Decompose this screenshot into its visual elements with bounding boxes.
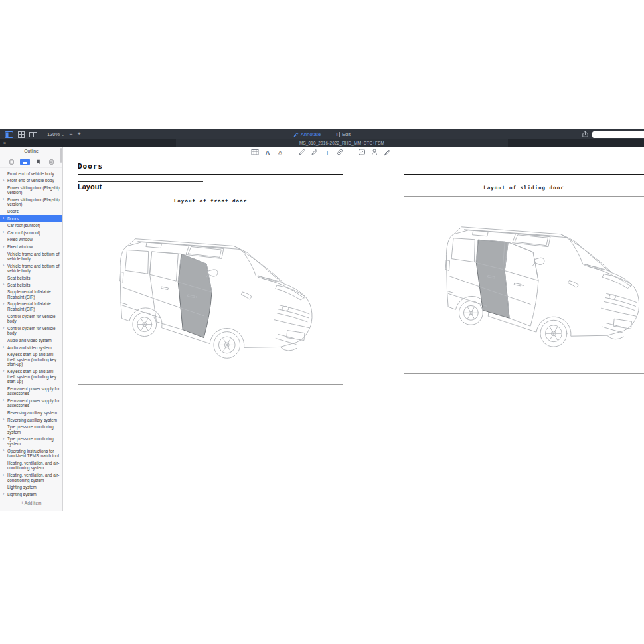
- outline-item[interactable]: Doors: [0, 208, 62, 216]
- outline-item-label: Car roof (sunroof): [7, 223, 40, 228]
- page-title: Doors: [78, 162, 103, 171]
- outline-item-label: Power sliding door (Flagship version): [7, 185, 60, 195]
- outline-item-label: Doors: [7, 209, 19, 214]
- outline-item-label: Operating instructions for hand-held TPM…: [7, 449, 59, 459]
- thumbnails-tab-icon[interactable]: [7, 159, 17, 165]
- outline-item[interactable]: Car roof (sunroof): [0, 222, 62, 230]
- grid-table-icon[interactable]: [251, 148, 259, 156]
- annotate-label: Annotate: [301, 131, 321, 137]
- edit-text-icon: T: [335, 132, 340, 137]
- outline-item[interactable]: Heating, ventilation, and air-conditioni…: [0, 459, 62, 471]
- marker-icon[interactable]: [311, 148, 319, 156]
- annotations-tab-icon[interactable]: [46, 159, 56, 165]
- outline-item[interactable]: Reversing auxiliary system: [0, 410, 62, 417]
- document-title: MS_010_2016-2022_RHD_MM+DTC+FSM: [299, 141, 384, 145]
- van-front-door-illustration: [78, 208, 343, 384]
- outline-item-label: Lighting system: [7, 492, 37, 497]
- edit-label: Edit: [342, 131, 351, 137]
- outline-item[interactable]: Seat beltsits: [0, 275, 62, 282]
- outline-item[interactable]: Keyless start-up and anti-theft system (…: [0, 351, 62, 368]
- outline-item[interactable]: Power sliding door (Flagship version): [0, 196, 62, 208]
- bookmarks-tab-icon[interactable]: [33, 159, 43, 165]
- outline-item[interactable]: Lighting system: [0, 484, 62, 491]
- share-icon[interactable]: [582, 131, 588, 139]
- outline-item[interactable]: Reversing auxiliary system: [0, 416, 62, 424]
- sidebar-scrollbar[interactable]: [60, 148, 62, 163]
- outline-item-label: Supplemental Inflatable Restraint (SIR): [7, 301, 51, 311]
- outline-item[interactable]: Vehicle frame and bottom of vehicle body: [0, 250, 62, 262]
- outline-item-label: Control system for vehicle body: [7, 314, 55, 324]
- outline-item-label: Tyre pressure monitoring system: [7, 424, 54, 434]
- outline-item[interactable]: Fixed window: [0, 244, 62, 251]
- text-format-alt-icon[interactable]: A: [276, 148, 284, 156]
- outline-item[interactable]: Fixed window: [0, 236, 62, 244]
- toolbar-separator: [42, 131, 42, 137]
- edit-tab[interactable]: T Edit: [335, 131, 351, 137]
- svg-text:A: A: [278, 149, 282, 155]
- outline-item[interactable]: Control system for vehicle body: [0, 313, 62, 325]
- outline-item[interactable]: Lighting system: [0, 491, 62, 498]
- outline-item-label: Fixed window: [7, 237, 33, 242]
- outline-tab-icon[interactable]: [20, 159, 30, 165]
- svg-text:T: T: [325, 149, 329, 155]
- outline-item-label: Supplemental Inflatable Restraint (SIR): [7, 289, 51, 299]
- active-document-tab[interactable]: MS_010_2016-2022_RHD_MM+DTC+FSM: [176, 139, 508, 147]
- outline-item-label: Keyless start-up and anti-theft system (…: [7, 352, 56, 366]
- outline-item-label: Permanent power supply for accessories: [7, 386, 60, 396]
- outline-item-label: Heating, ventilation, and air-conditioni…: [7, 461, 59, 471]
- outline-item-label: Front end of vehicle body: [7, 171, 54, 176]
- signature-person-icon[interactable]: [370, 148, 378, 156]
- figure-caption-sliding-door: Layout of sliding door: [404, 185, 644, 191]
- sidebar-title: Outline: [0, 147, 62, 157]
- grid-view-icon[interactable]: [18, 131, 25, 138]
- text-format-icon[interactable]: A: [264, 148, 272, 156]
- pen-icon[interactable]: [383, 148, 391, 156]
- facing-pages-icon[interactable]: [29, 131, 37, 138]
- annotate-tab[interactable]: Annotate: [293, 131, 321, 137]
- outline-item[interactable]: Keyless start-up and anti-theft system (…: [0, 368, 62, 385]
- outline-item[interactable]: Supplemental Inflatable Restraint (SIR): [0, 289, 62, 301]
- figure-front-door: [78, 208, 343, 385]
- outline-item[interactable]: Front end of vehicle body: [0, 177, 62, 185]
- outline-item[interactable]: Audio and video system: [0, 344, 62, 351]
- outline-item-label: Doors: [7, 216, 19, 221]
- outline-item[interactable]: Tyre pressure monitoring system: [0, 424, 62, 436]
- outline-item-label: Front end of vehicle body: [7, 178, 54, 183]
- outline-item[interactable]: Vehicle frame and bottom of vehicle body: [0, 262, 62, 274]
- close-tab-icon[interactable]: ×: [0, 139, 9, 147]
- link-icon[interactable]: [336, 148, 344, 156]
- outline-item[interactable]: Permanent power supply for accessories: [0, 397, 62, 409]
- svg-text:A: A: [266, 149, 270, 155]
- pencil-icon[interactable]: [298, 148, 306, 156]
- section-heading: Layout: [78, 181, 203, 193]
- outline-item[interactable]: Supplemental Inflatable Restraint (SIR): [0, 301, 62, 313]
- add-item-button[interactable]: + Add item: [0, 498, 62, 507]
- outline-item[interactable]: Car roof (sunroof): [0, 229, 62, 236]
- outline-item[interactable]: Seat beltsits: [0, 282, 62, 289]
- sidebar-toggle-icon[interactable]: [5, 131, 13, 138]
- outline-item[interactable]: Permanent power supply for accessories: [0, 385, 62, 397]
- fullscreen-icon[interactable]: [405, 148, 413, 156]
- zoom-in-button[interactable]: +: [77, 131, 80, 137]
- outline-item[interactable]: Doors: [0, 215, 62, 222]
- title-rule-right: [404, 174, 644, 175]
- van-sliding-door-illustration: [404, 197, 644, 373]
- outline-item[interactable]: Front end of vehicle body: [0, 170, 62, 177]
- outline-item-label: Vehicle frame and bottom of vehicle body: [7, 264, 59, 274]
- outline-item[interactable]: Control system for vehicle body: [0, 325, 62, 337]
- zoom-out-button[interactable]: −: [69, 131, 72, 137]
- zoom-control[interactable]: 130% ⌄: [47, 131, 64, 137]
- outline-item-label: Lighting system: [7, 485, 37, 489]
- outline-item[interactable]: Operating instructions for hand-held TPM…: [0, 447, 62, 459]
- outline-item[interactable]: Audio and video system: [0, 337, 62, 344]
- outline-item[interactable]: Power sliding door (Flagship version): [0, 184, 62, 196]
- outline-item[interactable]: Heating, ventilation, and air-conditioni…: [0, 472, 62, 484]
- outline-item-label: Vehicle frame and bottom of vehicle body: [7, 252, 59, 262]
- outline-item[interactable]: Tyre pressure monitoring system: [0, 436, 62, 447]
- outline-item-label: Car roof (sunroof): [7, 230, 40, 235]
- text-tool-icon[interactable]: T: [323, 148, 331, 156]
- outline-list: … Front end of vehicle body Front end of…: [0, 168, 62, 498]
- search-input[interactable]: [592, 131, 644, 138]
- sticker-icon[interactable]: [358, 148, 366, 156]
- outline-item-label: Tyre pressure monitoring system: [7, 436, 54, 446]
